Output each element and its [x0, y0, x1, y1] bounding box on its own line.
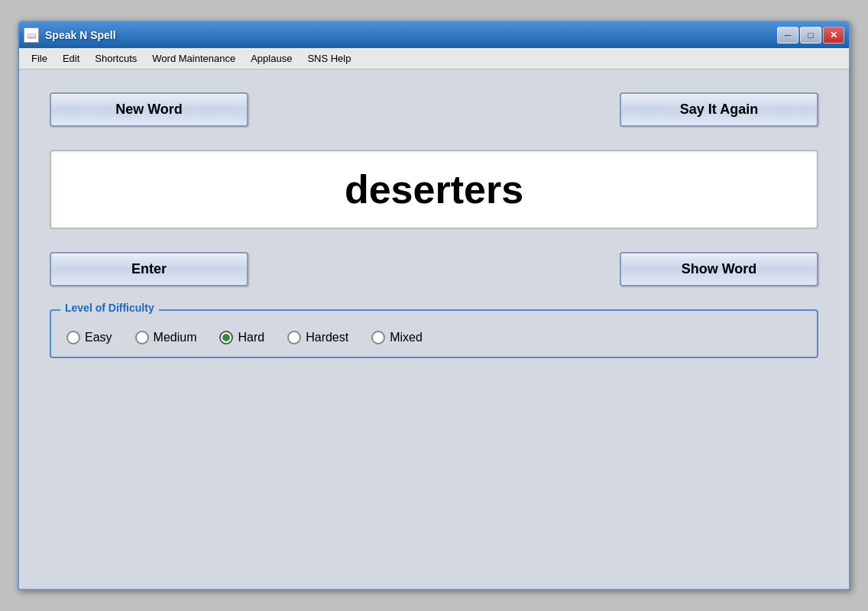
radio-medium[interactable]: Medium	[135, 331, 197, 344]
content-area: New Word Say It Again deserters Enter Sh…	[19, 70, 849, 589]
maximize-button[interactable]: □	[800, 27, 821, 44]
close-button[interactable]: ✕	[823, 27, 844, 44]
radio-label-medium: Medium	[154, 331, 197, 344]
menu-bar: File Edit Shortcuts Word Maintenance App…	[19, 48, 849, 70]
word-display-container: deserters	[50, 150, 818, 229]
difficulty-legend: Level of Difficulty	[60, 302, 159, 314]
top-button-row: New Word Say It Again	[50, 92, 818, 127]
menu-applause[interactable]: Applause	[245, 51, 298, 66]
radio-circle-easy	[66, 331, 80, 344]
new-word-button[interactable]: New Word	[50, 92, 248, 127]
radio-group: Easy Medium Hard Hardest	[66, 331, 802, 344]
menu-edit[interactable]: Edit	[57, 51, 86, 66]
radio-easy[interactable]: Easy	[66, 331, 112, 344]
menu-word-maintenance[interactable]: Word Maintenance	[146, 51, 241, 66]
main-window: 📖 Speak N Spell ─ □ ✕ File Edit Shortcut…	[18, 21, 850, 590]
menu-sns-help[interactable]: SNS Help	[301, 51, 357, 66]
title-controls: ─ □ ✕	[777, 27, 844, 44]
difficulty-group: Level of Difficulty Easy Medium Hard	[50, 309, 818, 358]
window-title: Speak N Spell	[45, 29, 116, 41]
word-display: deserters	[345, 167, 523, 212]
title-bar-left: 📖 Speak N Spell	[24, 27, 116, 43]
radio-circle-mixed	[371, 331, 385, 344]
radio-hard[interactable]: Hard	[219, 331, 264, 344]
app-icon: 📖	[24, 27, 39, 43]
show-word-button[interactable]: Show Word	[620, 252, 818, 286]
title-bar: 📖 Speak N Spell ─ □ ✕	[19, 22, 849, 48]
radio-circle-hard	[219, 331, 233, 344]
radio-label-mixed: Mixed	[390, 331, 423, 344]
radio-label-hard: Hard	[238, 331, 264, 344]
radio-label-hardest: Hardest	[306, 331, 348, 344]
menu-shortcuts[interactable]: Shortcuts	[89, 51, 143, 66]
menu-file[interactable]: File	[25, 51, 53, 66]
enter-button[interactable]: Enter	[50, 252, 248, 286]
bottom-button-row: Enter Show Word	[50, 252, 818, 286]
radio-dot-hard	[222, 334, 230, 341]
say-it-again-button[interactable]: Say It Again	[620, 92, 818, 127]
radio-hardest[interactable]: Hardest	[287, 331, 348, 344]
radio-circle-hardest	[287, 331, 301, 344]
radio-label-easy: Easy	[85, 331, 112, 344]
minimize-button[interactable]: ─	[777, 27, 798, 44]
radio-circle-medium	[135, 331, 149, 344]
radio-mixed[interactable]: Mixed	[371, 331, 423, 344]
